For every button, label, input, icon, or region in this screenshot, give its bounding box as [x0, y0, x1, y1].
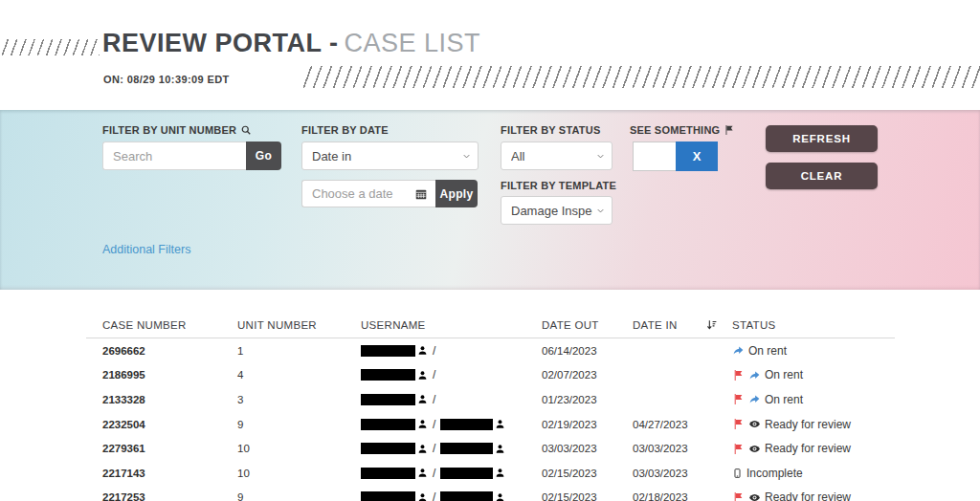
status-filter-select[interactable]: All [501, 142, 612, 170]
redacted-username [440, 468, 493, 479]
decorative-hatch-left [0, 39, 100, 55]
unit-number-cell: 3 [237, 394, 361, 405]
review-portal-page: REVIEW PORTAL -CASE LIST ON: 08/29 10:39… [0, 0, 980, 501]
redacted-username [361, 394, 415, 405]
go-button[interactable]: Go [246, 142, 281, 170]
person-icon [495, 444, 505, 454]
template-filter-label: FILTER BY TEMPLATE [501, 180, 616, 191]
page-title: REVIEW PORTAL -CASE LIST [102, 29, 480, 58]
username-separator: / [433, 418, 435, 431]
page-header: REVIEW PORTAL -CASE LIST ON: 08/29 10:39… [0, 0, 980, 110]
chevron-down-icon [461, 151, 472, 162]
see-something-toggle-off[interactable] [633, 142, 676, 171]
date-filter-selected-value: Date in [312, 149, 458, 163]
phone-icon [732, 467, 743, 480]
template-filter-select[interactable]: Damage Inspection [501, 196, 612, 225]
col-header-date-in[interactable]: DATE IN [633, 319, 705, 331]
person-icon [417, 492, 428, 501]
person-icon [417, 345, 428, 356]
col-header-unit-number[interactable]: UNIT NUMBER [237, 319, 361, 331]
date-in-cell: 03/03/2023 [633, 443, 705, 454]
person-icon [495, 419, 505, 429]
table-row[interactable]: 2696662 1 / 06/14/2023 On rent [86, 338, 895, 363]
status-label: Incomplete [746, 467, 803, 480]
date-filter-select[interactable]: Date in [301, 142, 479, 170]
calendar-icon[interactable] [414, 187, 428, 201]
status-cell: Ready for review [732, 490, 895, 501]
clear-button[interactable]: CLEAR [766, 163, 878, 189]
redacted-username [440, 419, 493, 430]
unit-number-cell: 9 [237, 419, 361, 430]
template-filter-selected-value: Damage Inspection [511, 204, 592, 218]
status-label: On rent [765, 368, 803, 381]
person-icon [417, 468, 428, 478]
flag-icon [732, 443, 745, 455]
table-row[interactable]: 2279361 10 / 03/03/2023 03/03/2023 Ready… [86, 436, 895, 461]
see-something-toggle[interactable]: X [633, 142, 718, 171]
username-cell: / [361, 344, 542, 358]
person-icon [495, 492, 505, 501]
status-label: On rent [748, 344, 787, 358]
table-row[interactable]: 2217253 9 / 02/15/2023 02/18/2023 Ready … [86, 486, 895, 501]
page-title-secondary: CASE LIST [345, 29, 481, 57]
flag-icon [732, 418, 745, 430]
date-picker-placeholder: Choose a date [312, 186, 393, 201]
see-something-label-text: SEE SOMETHING [630, 124, 720, 136]
redacted-username [361, 468, 415, 479]
redacted-username [361, 345, 415, 357]
date-out-cell: 01/23/2023 [542, 394, 633, 405]
date-out-cell: 02/15/2023 [542, 468, 633, 479]
status-cell: Ready for review [732, 442, 895, 455]
unit-number-filter-label-text: FILTER BY UNIT NUMBER [102, 124, 236, 136]
filter-panel: FILTER BY UNIT NUMBER Go FILTER BY DATE … [0, 110, 980, 290]
redacted-username [361, 369, 415, 381]
see-something-label: SEE SOMETHING [630, 124, 735, 136]
unit-number-filter-label: FILTER BY UNIT NUMBER [102, 124, 252, 136]
person-icon [417, 444, 428, 454]
status-cell: Ready for review [732, 418, 895, 431]
col-header-case-number[interactable]: CASE NUMBER [102, 319, 237, 331]
date-in-cell: 02/18/2023 [633, 491, 705, 501]
username-cell: / [361, 393, 542, 406]
username-cell: / [361, 442, 542, 455]
username-cell: / [361, 418, 542, 431]
see-something-toggle-on[interactable]: X [676, 142, 718, 171]
case-number-cell: 2133328 [102, 394, 237, 405]
case-number-cell: 2217253 [102, 491, 237, 501]
unit-number-cell: 10 [237, 468, 361, 479]
additional-filters-link[interactable]: Additional Filters [102, 243, 190, 256]
refresh-button[interactable]: REFRESH [766, 125, 878, 152]
apply-button[interactable]: Apply [435, 180, 478, 207]
col-header-date-out[interactable]: DATE OUT [542, 319, 633, 331]
date-out-cell: 06/14/2023 [542, 345, 633, 357]
status-label: Ready for review [765, 418, 851, 431]
flag-icon [732, 393, 745, 405]
table-row[interactable]: 2133328 3 / 01/23/2023 On rent [86, 387, 895, 412]
unit-number-search-input[interactable] [102, 142, 246, 170]
timestamp: ON: 08/29 10:39:09 EDT [103, 74, 230, 85]
status-cell: On rent [732, 344, 895, 358]
unit-number-cell: 4 [237, 369, 361, 381]
col-header-username[interactable]: USERNAME [361, 319, 542, 331]
date-picker-field[interactable]: Choose a date [301, 180, 435, 207]
case-number-cell: 2186995 [102, 369, 237, 381]
share-arrow-icon [748, 369, 761, 381]
redacted-username [440, 443, 493, 454]
table-row[interactable]: 2217143 10 / 02/15/2023 03/03/2023 Incom… [86, 461, 895, 486]
table-row[interactable]: 2186995 4 / 02/07/2023 On rent [86, 363, 895, 388]
username-separator: / [433, 490, 435, 501]
username-separator: / [433, 393, 435, 406]
sort-date-in-icon[interactable] [705, 318, 718, 331]
status-filter-label: FILTER BY STATUS [501, 124, 600, 136]
status-cell: Incomplete [732, 467, 895, 480]
flag-icon [732, 369, 745, 381]
table-row[interactable]: 2232504 9 / 02/19/2023 04/27/2023 Ready … [86, 412, 895, 437]
username-cell: / [361, 467, 542, 480]
status-cell: On rent [732, 368, 895, 381]
search-icon [240, 124, 252, 136]
status-label: Ready for review [765, 490, 851, 501]
redacted-username [361, 443, 415, 454]
case-number-cell: 2232504 [102, 419, 237, 430]
case-number-cell: 2279361 [102, 443, 237, 454]
col-header-status[interactable]: STATUS [732, 319, 895, 331]
